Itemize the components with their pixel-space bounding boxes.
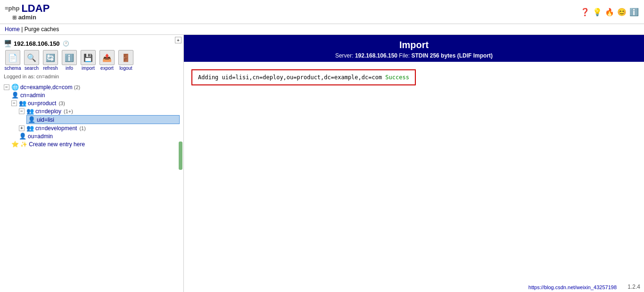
- logo: ≡php LDAP ⊞ admin: [5, 3, 50, 21]
- export-label: export: [100, 66, 114, 71]
- logo-box: ≡php LDAP ⊞ admin: [5, 3, 50, 21]
- server-name-label: 192.168.106.150: [14, 40, 60, 47]
- header: ≡php LDAP ⊞ admin ❓ 💡 🔥 😊 ℹ️: [0, 0, 644, 24]
- ou-product-count: (3): [58, 100, 65, 106]
- tree-root-item[interactable]: − 🌐 dc=example,dc=com (2): [4, 83, 180, 91]
- uid-lisi-label[interactable]: uid=lisi: [37, 117, 54, 123]
- tree-item-cn-deploy[interactable]: − 👥 cn=deploy (1+): [19, 107, 180, 115]
- tree-item-ou-product[interactable]: − 👥 ou=product (3): [11, 99, 180, 107]
- ou-product-label[interactable]: ou=product: [28, 100, 56, 107]
- tree-item-ou-admin[interactable]: 👤 ou=admin: [19, 132, 180, 140]
- cn-admin-label[interactable]: cn=admin: [20, 92, 45, 99]
- breadcrumb: Home | Purge caches: [0, 24, 644, 35]
- schema-button[interactable]: 📄 schema: [4, 50, 22, 71]
- server-icon: 🖥️: [4, 40, 12, 47]
- result-text: Adding uid=lisi,cn=deploy,ou=product,dc=…: [198, 74, 382, 81]
- version-label: 1.2.4: [624, 282, 644, 292]
- logo-admin-text: admin: [18, 14, 36, 21]
- header-icons: ❓ 💡 🔥 😊 ℹ️: [580, 7, 639, 17]
- user-icon-ou-admin: 👤: [19, 133, 26, 140]
- refresh-button[interactable]: 🔄 refresh: [41, 50, 59, 71]
- root-collapse-btn[interactable]: −: [4, 84, 9, 90]
- toolbar: 📄 schema 🔍 search 🔄 refresh ℹ️ info 💾 im…: [0, 48, 183, 73]
- result-success-text: Success: [382, 74, 409, 81]
- info-button[interactable]: ℹ️ info: [60, 50, 78, 71]
- search-label: search: [25, 66, 39, 71]
- logout-icon: 🚪: [118, 50, 133, 65]
- root-label[interactable]: dc=example,dc=com: [20, 84, 73, 91]
- home-link[interactable]: Home: [5, 26, 20, 33]
- user-icon-lisi: 👤: [28, 116, 35, 123]
- root-children: 👤 cn=admin − 👥 ou=product (3) − 👥 cn=dep…: [4, 91, 180, 148]
- cn-deploy-count: (1+): [64, 108, 73, 114]
- content-header: Import Server: 192.168.106.150 File: STD…: [184, 35, 644, 62]
- ou-admin-label[interactable]: ou=admin: [28, 133, 53, 140]
- folder-icon-development: 👥: [26, 125, 34, 132]
- import-label: import: [82, 66, 95, 71]
- import-button[interactable]: 💾 import: [79, 50, 97, 71]
- cn-development-count: (1): [79, 125, 85, 131]
- cn-deploy-label[interactable]: cn=deploy: [35, 108, 61, 115]
- logo-admin-line: ⊞ admin: [5, 14, 50, 21]
- fire-icon[interactable]: 🔥: [604, 7, 615, 17]
- import-icon: 💾: [81, 50, 96, 65]
- breadcrumb-current: Purge caches: [25, 26, 59, 33]
- info-icon: ℹ️: [62, 50, 77, 65]
- main-layout: + 🖥️ 192.168.106.150 🕐 📄 schema 🔍 search…: [0, 35, 644, 292]
- product-collapse-btn[interactable]: −: [11, 100, 17, 106]
- sidebar-expand-button[interactable]: +: [175, 37, 182, 43]
- refresh-label: refresh: [43, 66, 58, 71]
- deploy-children: 👤 uid=lisi: [19, 115, 180, 124]
- content-title: Import: [184, 40, 644, 50]
- content-subtitle: Server: 192.168.106.150 File: STDIN 256 …: [184, 52, 644, 59]
- subtitle-file-value: STDIN 256 bytes (LDIF Import): [411, 52, 493, 59]
- subtitle-file-label: File:: [397, 52, 411, 59]
- globe-icon: 🌐: [11, 83, 19, 91]
- create-new-label[interactable]: ✨ Create new entry here: [20, 141, 85, 148]
- info-label: info: [66, 66, 73, 71]
- tree: − 🌐 dc=example,dc=com (2) 👤 cn=admin − 👥…: [0, 81, 183, 150]
- folder-icon-deploy: 👥: [26, 108, 34, 115]
- export-icon: 📤: [99, 50, 115, 65]
- logged-in-text: Logged in as: cn=admin: [0, 73, 183, 81]
- sidebar-scrollbar: [179, 142, 182, 170]
- logo-eq-php: ≡php: [5, 5, 19, 12]
- tree-item-cn-admin[interactable]: 👤 cn=admin: [11, 91, 180, 99]
- search-button[interactable]: 🔍 search: [23, 50, 41, 71]
- sidebar: + 🖥️ 192.168.106.150 🕐 📄 schema 🔍 search…: [0, 35, 184, 292]
- subtitle-server-label: Server:: [335, 52, 355, 59]
- deploy-collapse-btn[interactable]: −: [19, 108, 25, 114]
- tree-item-uid-lisi[interactable]: 👤 uid=lisi: [26, 115, 180, 124]
- logout-button[interactable]: 🚪 logout: [117, 50, 135, 71]
- bulb-icon[interactable]: 💡: [592, 7, 603, 17]
- logo-ldap-text: LDAP: [21, 3, 50, 14]
- help-icon[interactable]: ❓: [580, 7, 590, 17]
- logout-label: logout: [119, 66, 132, 71]
- star-icon: ⭐: [11, 141, 19, 148]
- content-body: Adding uid=lisi,cn=deploy,ou=product,dc=…: [184, 62, 644, 292]
- subtitle-server-value: 192.168.106.150: [355, 52, 397, 59]
- smiley-icon[interactable]: 😊: [617, 7, 627, 17]
- refresh-icon: 🔄: [43, 50, 58, 65]
- status-url: https://blog.csdn.net/weixin_43257198: [525, 283, 620, 292]
- development-expand-btn[interactable]: +: [19, 125, 25, 131]
- schema-label: schema: [4, 66, 21, 71]
- root-count: (2): [74, 84, 80, 90]
- product-children: − 👥 cn=deploy (1+) 👤 uid=lisi: [11, 107, 180, 140]
- create-new-entry[interactable]: ⭐ ✨ Create new entry here: [11, 140, 180, 148]
- clock-icon: 🕐: [63, 41, 69, 47]
- sidebar-header: 🖥️ 192.168.106.150 🕐: [0, 38, 183, 48]
- search-icon: 🔍: [24, 50, 39, 65]
- result-box: Adding uid=lisi,cn=deploy,ou=product,dc=…: [191, 69, 416, 85]
- tree-item-cn-development[interactable]: + 👥 cn=development (1): [19, 124, 180, 132]
- schema-icon: 📄: [5, 50, 20, 65]
- folder-icon-product: 👥: [19, 100, 26, 107]
- cn-development-label[interactable]: cn=development: [35, 125, 77, 132]
- logo-ldap-line: ≡php LDAP: [5, 3, 50, 14]
- logo-grid-icon: ⊞: [12, 15, 17, 20]
- info-circle-icon[interactable]: ℹ️: [629, 7, 639, 17]
- user-icon-admin: 👤: [11, 92, 19, 99]
- export-button[interactable]: 📤 export: [98, 50, 116, 71]
- content-area: Import Server: 192.168.106.150 File: STD…: [184, 35, 644, 292]
